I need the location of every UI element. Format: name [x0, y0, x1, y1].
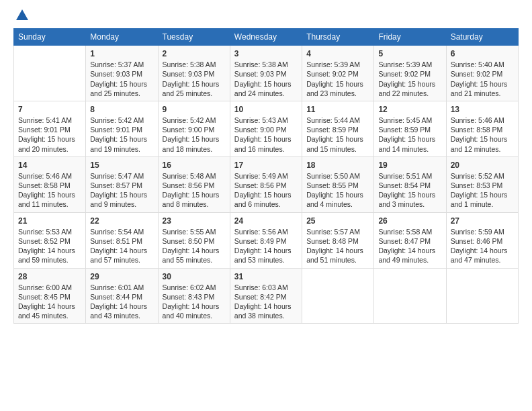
day-number: 7: [18, 104, 81, 115]
day-info: Sunrise: 5:50 AM Sunset: 8:55 PM Dayligh…: [306, 171, 369, 210]
day-number: 6: [451, 48, 514, 59]
calendar-cell: 28Sunrise: 6:00 AM Sunset: 8:45 PM Dayli…: [14, 268, 86, 324]
calendar-week-row: 7Sunrise: 5:41 AM Sunset: 9:01 PM Daylig…: [14, 101, 519, 156]
calendar-cell: 21Sunrise: 5:53 AM Sunset: 8:52 PM Dayli…: [14, 212, 86, 268]
day-info: Sunrise: 5:41 AM Sunset: 9:01 PM Dayligh…: [18, 116, 81, 154]
header: [13, 11, 519, 23]
day-info: Sunrise: 5:56 AM Sunset: 8:49 PM Dayligh…: [234, 227, 298, 265]
weekday-header-sunday: Sunday: [14, 29, 86, 46]
calendar-cell: 27Sunrise: 5:59 AM Sunset: 8:46 PM Dayli…: [446, 212, 518, 268]
calendar-cell: 23Sunrise: 5:55 AM Sunset: 8:50 PM Dayli…: [158, 212, 230, 268]
calendar-cell: 19Sunrise: 5:51 AM Sunset: 8:54 PM Dayli…: [374, 156, 446, 212]
day-info: Sunrise: 5:42 AM Sunset: 9:00 PM Dayligh…: [163, 116, 226, 154]
day-info: Sunrise: 6:02 AM Sunset: 8:43 PM Dayligh…: [163, 283, 226, 321]
weekday-header-row: SundayMondayTuesdayWednesdayThursdayFrid…: [14, 29, 519, 46]
calendar-cell: 8Sunrise: 5:42 AM Sunset: 9:01 PM Daylig…: [86, 101, 158, 156]
weekday-header-friday: Friday: [374, 29, 446, 46]
day-number: 27: [451, 216, 514, 226]
day-number: 5: [378, 48, 441, 59]
calendar-week-row: 14Sunrise: 5:46 AM Sunset: 8:58 PM Dayli…: [14, 156, 519, 212]
day-info: Sunrise: 5:42 AM Sunset: 9:01 PM Dayligh…: [90, 116, 153, 154]
day-number: 31: [234, 271, 298, 282]
calendar-cell: 26Sunrise: 5:58 AM Sunset: 8:47 PM Dayli…: [374, 212, 446, 268]
day-info: Sunrise: 5:44 AM Sunset: 8:59 PM Dayligh…: [306, 116, 369, 154]
calendar-cell: 13Sunrise: 5:46 AM Sunset: 8:58 PM Dayli…: [446, 101, 518, 156]
calendar-week-row: 1Sunrise: 5:37 AM Sunset: 9:03 PM Daylig…: [14, 46, 519, 101]
day-info: Sunrise: 5:38 AM Sunset: 9:03 PM Dayligh…: [163, 60, 226, 98]
day-number: 3: [234, 48, 298, 59]
calendar-cell: 17Sunrise: 5:49 AM Sunset: 8:56 PM Dayli…: [230, 156, 302, 212]
day-number: 18: [306, 160, 369, 171]
calendar-cell: [302, 268, 374, 324]
calendar-week-row: 28Sunrise: 6:00 AM Sunset: 8:45 PM Dayli…: [14, 268, 519, 324]
day-info: Sunrise: 5:37 AM Sunset: 9:03 PM Dayligh…: [90, 60, 153, 98]
calendar-cell: [374, 268, 446, 324]
day-info: Sunrise: 5:39 AM Sunset: 9:02 PM Dayligh…: [378, 60, 441, 98]
day-number: 30: [163, 271, 226, 282]
weekday-header-monday: Monday: [86, 29, 158, 46]
day-number: 8: [90, 104, 153, 115]
calendar-cell: 3Sunrise: 5:38 AM Sunset: 9:03 PM Daylig…: [230, 46, 302, 101]
calendar-cell: 6Sunrise: 5:40 AM Sunset: 9:02 PM Daylig…: [446, 46, 518, 101]
day-number: 2: [163, 48, 226, 59]
day-info: Sunrise: 5:53 AM Sunset: 8:52 PM Dayligh…: [18, 227, 81, 265]
day-number: 4: [306, 48, 369, 59]
calendar-cell: 16Sunrise: 5:48 AM Sunset: 8:56 PM Dayli…: [158, 156, 230, 212]
day-number: 9: [163, 104, 226, 115]
day-number: 22: [90, 216, 153, 226]
day-number: 1: [90, 48, 153, 59]
svg-marker-0: [16, 9, 28, 20]
day-number: 16: [163, 160, 226, 171]
day-number: 17: [234, 160, 298, 171]
logo-icon: [15, 8, 30, 23]
day-info: Sunrise: 5:52 AM Sunset: 8:53 PM Dayligh…: [451, 171, 514, 210]
calendar-cell: 4Sunrise: 5:39 AM Sunset: 9:02 PM Daylig…: [302, 46, 374, 101]
day-info: Sunrise: 5:45 AM Sunset: 8:59 PM Dayligh…: [378, 116, 441, 154]
calendar-cell: 14Sunrise: 5:46 AM Sunset: 8:58 PM Dayli…: [14, 156, 86, 212]
day-number: 24: [234, 216, 298, 226]
day-number: 10: [234, 104, 298, 115]
day-number: 29: [90, 271, 153, 282]
calendar-cell: 22Sunrise: 5:54 AM Sunset: 8:51 PM Dayli…: [86, 212, 158, 268]
calendar-cell: 1Sunrise: 5:37 AM Sunset: 9:03 PM Daylig…: [86, 46, 158, 101]
calendar-cell: 9Sunrise: 5:42 AM Sunset: 9:00 PM Daylig…: [158, 101, 230, 156]
calendar-cell: 25Sunrise: 5:57 AM Sunset: 8:48 PM Dayli…: [302, 212, 374, 268]
day-info: Sunrise: 5:57 AM Sunset: 8:48 PM Dayligh…: [306, 227, 369, 265]
day-info: Sunrise: 5:54 AM Sunset: 8:51 PM Dayligh…: [90, 227, 153, 265]
day-number: 15: [90, 160, 153, 171]
day-info: Sunrise: 5:58 AM Sunset: 8:47 PM Dayligh…: [378, 227, 441, 265]
weekday-header-saturday: Saturday: [446, 29, 518, 46]
day-number: 13: [451, 104, 514, 115]
calendar-cell: 31Sunrise: 6:03 AM Sunset: 8:42 PM Dayli…: [230, 268, 302, 324]
day-info: Sunrise: 5:40 AM Sunset: 9:02 PM Dayligh…: [451, 60, 514, 98]
day-info: Sunrise: 5:38 AM Sunset: 9:03 PM Dayligh…: [234, 60, 298, 98]
calendar-cell: 2Sunrise: 5:38 AM Sunset: 9:03 PM Daylig…: [158, 46, 230, 101]
calendar-cell: 5Sunrise: 5:39 AM Sunset: 9:02 PM Daylig…: [374, 46, 446, 101]
day-info: Sunrise: 6:03 AM Sunset: 8:42 PM Dayligh…: [234, 283, 298, 321]
page: SundayMondayTuesdayWednesdayThursdayFrid…: [0, 0, 532, 330]
weekday-header-tuesday: Tuesday: [158, 29, 230, 46]
calendar-cell: [446, 268, 518, 324]
day-info: Sunrise: 5:55 AM Sunset: 8:50 PM Dayligh…: [163, 227, 226, 265]
day-number: 26: [378, 216, 441, 226]
day-info: Sunrise: 5:48 AM Sunset: 8:56 PM Dayligh…: [163, 171, 226, 210]
calendar-cell: 29Sunrise: 6:01 AM Sunset: 8:44 PM Dayli…: [86, 268, 158, 324]
day-number: 23: [163, 216, 226, 226]
day-number: 19: [378, 160, 441, 171]
day-info: Sunrise: 5:39 AM Sunset: 9:02 PM Dayligh…: [306, 60, 369, 98]
calendar-cell: 30Sunrise: 6:02 AM Sunset: 8:43 PM Dayli…: [158, 268, 230, 324]
calendar-table: SundayMondayTuesdayWednesdayThursdayFrid…: [13, 28, 519, 324]
calendar-cell: 12Sunrise: 5:45 AM Sunset: 8:59 PM Dayli…: [374, 101, 446, 156]
calendar-cell: 10Sunrise: 5:43 AM Sunset: 9:00 PM Dayli…: [230, 101, 302, 156]
day-number: 11: [306, 104, 369, 115]
day-info: Sunrise: 5:47 AM Sunset: 8:57 PM Dayligh…: [90, 171, 153, 210]
day-number: 25: [306, 216, 369, 226]
calendar-week-row: 21Sunrise: 5:53 AM Sunset: 8:52 PM Dayli…: [14, 212, 519, 268]
day-info: Sunrise: 5:46 AM Sunset: 8:58 PM Dayligh…: [18, 171, 81, 210]
weekday-header-wednesday: Wednesday: [230, 29, 302, 46]
day-info: Sunrise: 5:51 AM Sunset: 8:54 PM Dayligh…: [378, 171, 441, 210]
day-number: 20: [451, 160, 514, 171]
day-number: 14: [18, 160, 81, 171]
calendar-cell: [14, 46, 86, 101]
calendar-cell: 7Sunrise: 5:41 AM Sunset: 9:01 PM Daylig…: [14, 101, 86, 156]
